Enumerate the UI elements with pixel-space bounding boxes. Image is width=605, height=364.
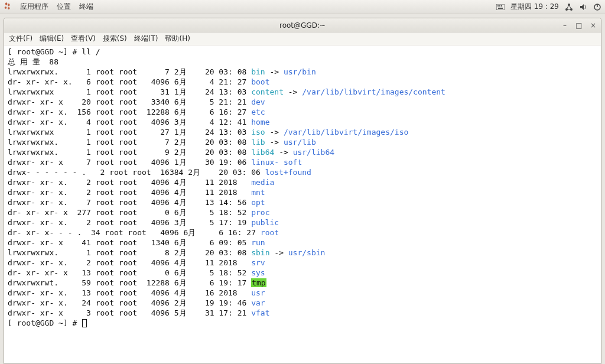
window-titlebar[interactable]: root@GGD:~ – □ ×: [4, 18, 601, 32]
window-title: root@GGD:~: [279, 21, 326, 30]
menu-terminal[interactable]: 终端(T): [134, 34, 158, 44]
network-icon[interactable]: [565, 3, 573, 11]
svg-rect-1: [497, 5, 499, 6]
cursor: [82, 319, 87, 327]
volume-icon[interactable]: [579, 3, 587, 11]
menu-search[interactable]: 搜索(S): [103, 34, 127, 44]
window-minimize-button[interactable]: –: [561, 21, 569, 30]
terminal-menubar: 文件(F) 编辑(E) 查看(V) 搜索(S) 终端(T) 帮助(H): [4, 32, 601, 46]
window-maximize-button[interactable]: □: [575, 21, 583, 30]
power-icon[interactable]: [593, 3, 601, 11]
svg-rect-3: [501, 5, 502, 6]
system-top-panel: 应用程序 位置 终端 星期四 19 : 29: [0, 0, 605, 14]
keyboard-icon[interactable]: [496, 3, 505, 11]
menu-applications[interactable]: 应用程序: [20, 2, 48, 12]
window-close-button[interactable]: ×: [589, 21, 597, 30]
menu-terminal[interactable]: 终端: [79, 2, 93, 12]
menu-help[interactable]: 帮助(H): [165, 34, 190, 44]
svg-rect-4: [498, 8, 503, 9]
menu-view[interactable]: 查看(V): [71, 34, 96, 44]
foot-icon: [4, 2, 12, 12]
menu-file[interactable]: 文件(F): [9, 34, 32, 44]
terminal-body[interactable]: [ root@GGD ~] # ll / 总 用 量 88 lrwxrwxrwx…: [4, 46, 601, 363]
clock-text[interactable]: 星期四 19 : 29: [510, 2, 559, 12]
menu-places[interactable]: 位置: [57, 2, 71, 12]
svg-rect-0: [496, 4, 505, 10]
svg-rect-2: [499, 5, 500, 6]
menu-edit[interactable]: 编辑(E): [40, 34, 64, 44]
terminal-window: root@GGD:~ – □ × 文件(F) 编辑(E) 查看(V) 搜索(S)…: [4, 18, 601, 364]
